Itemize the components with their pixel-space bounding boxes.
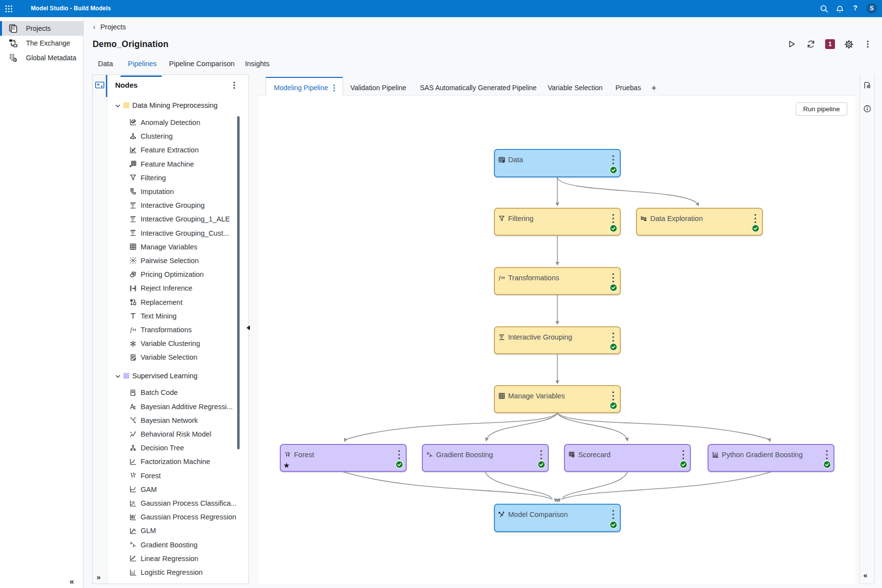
svg-text:f: f bbox=[499, 274, 501, 280]
svg-text:Σ: Σ bbox=[134, 405, 136, 410]
svg-text:f: f bbox=[130, 326, 133, 333]
